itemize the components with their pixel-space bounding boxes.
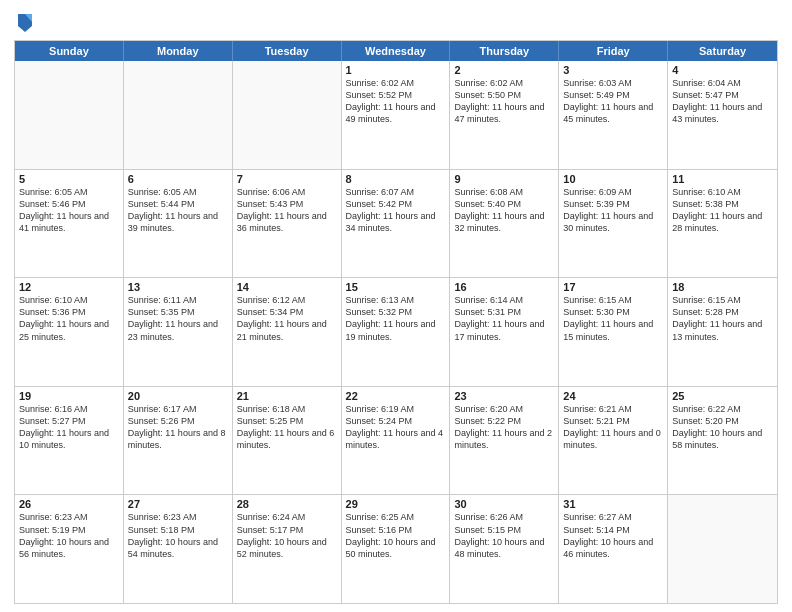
day-number: 26 xyxy=(19,498,119,510)
weekday-header: Thursday xyxy=(450,41,559,61)
calendar-cell: 2Sunrise: 6:02 AMSunset: 5:50 PMDaylight… xyxy=(450,61,559,169)
calendar-cell: 18Sunrise: 6:15 AMSunset: 5:28 PMDayligh… xyxy=(668,278,777,386)
cell-info: Sunrise: 6:12 AMSunset: 5:34 PMDaylight:… xyxy=(237,294,337,343)
calendar-cell xyxy=(668,495,777,603)
calendar-cell: 20Sunrise: 6:17 AMSunset: 5:26 PMDayligh… xyxy=(124,387,233,495)
day-number: 27 xyxy=(128,498,228,510)
calendar-cell: 12Sunrise: 6:10 AMSunset: 5:36 PMDayligh… xyxy=(15,278,124,386)
day-number: 8 xyxy=(346,173,446,185)
cell-info: Sunrise: 6:09 AMSunset: 5:39 PMDaylight:… xyxy=(563,186,663,235)
calendar-cell: 10Sunrise: 6:09 AMSunset: 5:39 PMDayligh… xyxy=(559,170,668,278)
day-number: 6 xyxy=(128,173,228,185)
cell-info: Sunrise: 6:06 AMSunset: 5:43 PMDaylight:… xyxy=(237,186,337,235)
calendar-cell: 23Sunrise: 6:20 AMSunset: 5:22 PMDayligh… xyxy=(450,387,559,495)
weekday-header: Saturday xyxy=(668,41,777,61)
day-number: 29 xyxy=(346,498,446,510)
day-number: 12 xyxy=(19,281,119,293)
cell-info: Sunrise: 6:23 AMSunset: 5:18 PMDaylight:… xyxy=(128,511,228,560)
day-number: 4 xyxy=(672,64,773,76)
calendar-cell: 24Sunrise: 6:21 AMSunset: 5:21 PMDayligh… xyxy=(559,387,668,495)
cell-info: Sunrise: 6:20 AMSunset: 5:22 PMDaylight:… xyxy=(454,403,554,452)
calendar-cell: 17Sunrise: 6:15 AMSunset: 5:30 PMDayligh… xyxy=(559,278,668,386)
calendar-row: 12Sunrise: 6:10 AMSunset: 5:36 PMDayligh… xyxy=(15,277,777,386)
calendar-cell xyxy=(124,61,233,169)
page-header xyxy=(14,10,778,34)
cell-info: Sunrise: 6:10 AMSunset: 5:38 PMDaylight:… xyxy=(672,186,773,235)
day-number: 16 xyxy=(454,281,554,293)
day-number: 10 xyxy=(563,173,663,185)
cell-info: Sunrise: 6:05 AMSunset: 5:46 PMDaylight:… xyxy=(19,186,119,235)
cell-info: Sunrise: 6:02 AMSunset: 5:50 PMDaylight:… xyxy=(454,77,554,126)
cell-info: Sunrise: 6:19 AMSunset: 5:24 PMDaylight:… xyxy=(346,403,446,452)
cell-info: Sunrise: 6:23 AMSunset: 5:19 PMDaylight:… xyxy=(19,511,119,560)
calendar-cell: 31Sunrise: 6:27 AMSunset: 5:14 PMDayligh… xyxy=(559,495,668,603)
logo-icon xyxy=(16,12,34,34)
cell-info: Sunrise: 6:21 AMSunset: 5:21 PMDaylight:… xyxy=(563,403,663,452)
cell-info: Sunrise: 6:11 AMSunset: 5:35 PMDaylight:… xyxy=(128,294,228,343)
weekday-header: Monday xyxy=(124,41,233,61)
cell-info: Sunrise: 6:15 AMSunset: 5:30 PMDaylight:… xyxy=(563,294,663,343)
calendar-cell: 7Sunrise: 6:06 AMSunset: 5:43 PMDaylight… xyxy=(233,170,342,278)
day-number: 14 xyxy=(237,281,337,293)
day-number: 9 xyxy=(454,173,554,185)
cell-info: Sunrise: 6:24 AMSunset: 5:17 PMDaylight:… xyxy=(237,511,337,560)
cell-info: Sunrise: 6:14 AMSunset: 5:31 PMDaylight:… xyxy=(454,294,554,343)
calendar-cell: 9Sunrise: 6:08 AMSunset: 5:40 PMDaylight… xyxy=(450,170,559,278)
day-number: 23 xyxy=(454,390,554,402)
cell-info: Sunrise: 6:04 AMSunset: 5:47 PMDaylight:… xyxy=(672,77,773,126)
calendar-cell: 22Sunrise: 6:19 AMSunset: 5:24 PMDayligh… xyxy=(342,387,451,495)
cell-info: Sunrise: 6:16 AMSunset: 5:27 PMDaylight:… xyxy=(19,403,119,452)
cell-info: Sunrise: 6:26 AMSunset: 5:15 PMDaylight:… xyxy=(454,511,554,560)
weekday-header: Friday xyxy=(559,41,668,61)
cell-info: Sunrise: 6:08 AMSunset: 5:40 PMDaylight:… xyxy=(454,186,554,235)
day-number: 19 xyxy=(19,390,119,402)
weekday-header: Wednesday xyxy=(342,41,451,61)
cell-info: Sunrise: 6:10 AMSunset: 5:36 PMDaylight:… xyxy=(19,294,119,343)
calendar-cell: 26Sunrise: 6:23 AMSunset: 5:19 PMDayligh… xyxy=(15,495,124,603)
cell-info: Sunrise: 6:02 AMSunset: 5:52 PMDaylight:… xyxy=(346,77,446,126)
day-number: 20 xyxy=(128,390,228,402)
day-number: 30 xyxy=(454,498,554,510)
calendar-cell xyxy=(233,61,342,169)
day-number: 21 xyxy=(237,390,337,402)
calendar-row: 26Sunrise: 6:23 AMSunset: 5:19 PMDayligh… xyxy=(15,494,777,603)
calendar-row: 5Sunrise: 6:05 AMSunset: 5:46 PMDaylight… xyxy=(15,169,777,278)
calendar-row: 19Sunrise: 6:16 AMSunset: 5:27 PMDayligh… xyxy=(15,386,777,495)
calendar: SundayMondayTuesdayWednesdayThursdayFrid… xyxy=(14,40,778,604)
day-number: 18 xyxy=(672,281,773,293)
day-number: 11 xyxy=(672,173,773,185)
calendar-cell: 15Sunrise: 6:13 AMSunset: 5:32 PMDayligh… xyxy=(342,278,451,386)
cell-info: Sunrise: 6:22 AMSunset: 5:20 PMDaylight:… xyxy=(672,403,773,452)
calendar-cell: 8Sunrise: 6:07 AMSunset: 5:42 PMDaylight… xyxy=(342,170,451,278)
cell-info: Sunrise: 6:18 AMSunset: 5:25 PMDaylight:… xyxy=(237,403,337,452)
day-number: 22 xyxy=(346,390,446,402)
day-number: 13 xyxy=(128,281,228,293)
day-number: 25 xyxy=(672,390,773,402)
day-number: 2 xyxy=(454,64,554,76)
calendar-cell: 13Sunrise: 6:11 AMSunset: 5:35 PMDayligh… xyxy=(124,278,233,386)
day-number: 17 xyxy=(563,281,663,293)
day-number: 24 xyxy=(563,390,663,402)
calendar-header: SundayMondayTuesdayWednesdayThursdayFrid… xyxy=(15,41,777,61)
calendar-cell: 4Sunrise: 6:04 AMSunset: 5:47 PMDaylight… xyxy=(668,61,777,169)
logo xyxy=(14,14,34,34)
calendar-cell: 6Sunrise: 6:05 AMSunset: 5:44 PMDaylight… xyxy=(124,170,233,278)
calendar-cell: 11Sunrise: 6:10 AMSunset: 5:38 PMDayligh… xyxy=(668,170,777,278)
calendar-cell: 14Sunrise: 6:12 AMSunset: 5:34 PMDayligh… xyxy=(233,278,342,386)
calendar-row: 1Sunrise: 6:02 AMSunset: 5:52 PMDaylight… xyxy=(15,61,777,169)
calendar-cell: 21Sunrise: 6:18 AMSunset: 5:25 PMDayligh… xyxy=(233,387,342,495)
cell-info: Sunrise: 6:07 AMSunset: 5:42 PMDaylight:… xyxy=(346,186,446,235)
calendar-body: 1Sunrise: 6:02 AMSunset: 5:52 PMDaylight… xyxy=(15,61,777,603)
day-number: 28 xyxy=(237,498,337,510)
cell-info: Sunrise: 6:13 AMSunset: 5:32 PMDaylight:… xyxy=(346,294,446,343)
calendar-cell: 28Sunrise: 6:24 AMSunset: 5:17 PMDayligh… xyxy=(233,495,342,603)
cell-info: Sunrise: 6:15 AMSunset: 5:28 PMDaylight:… xyxy=(672,294,773,343)
calendar-cell: 16Sunrise: 6:14 AMSunset: 5:31 PMDayligh… xyxy=(450,278,559,386)
weekday-header: Sunday xyxy=(15,41,124,61)
day-number: 1 xyxy=(346,64,446,76)
cell-info: Sunrise: 6:25 AMSunset: 5:16 PMDaylight:… xyxy=(346,511,446,560)
calendar-cell: 29Sunrise: 6:25 AMSunset: 5:16 PMDayligh… xyxy=(342,495,451,603)
calendar-container: SundayMondayTuesdayWednesdayThursdayFrid… xyxy=(0,0,792,612)
calendar-cell: 3Sunrise: 6:03 AMSunset: 5:49 PMDaylight… xyxy=(559,61,668,169)
calendar-cell xyxy=(15,61,124,169)
